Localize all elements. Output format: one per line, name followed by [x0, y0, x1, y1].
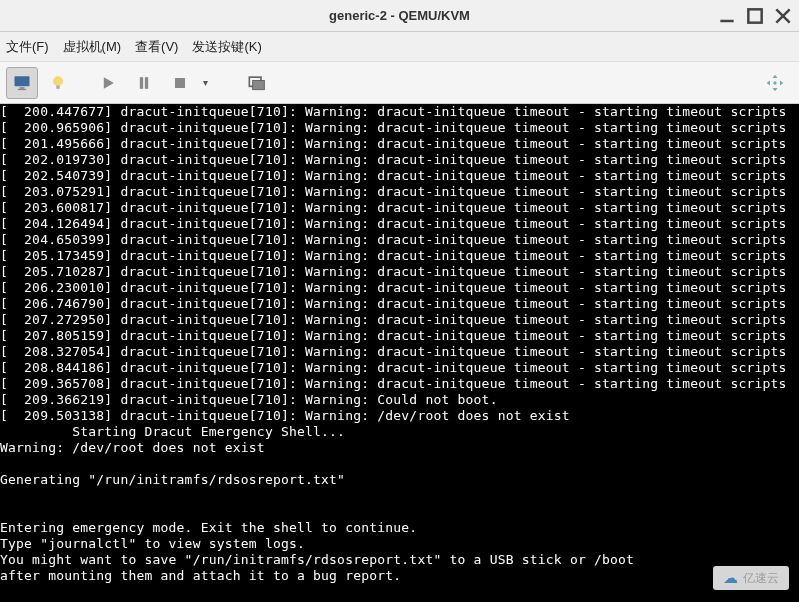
svg-point-7: [53, 76, 63, 86]
console-view-button[interactable]: [6, 67, 38, 99]
stop-icon: [170, 73, 190, 93]
separator: [214, 67, 222, 99]
svg-marker-18: [780, 80, 783, 85]
console-line: [ 209.365708] dracut-initqueue[710]: War…: [0, 376, 799, 392]
console-line: [ 206.746790] dracut-initqueue[710]: War…: [0, 296, 799, 312]
menu-file[interactable]: 文件(F): [6, 38, 49, 56]
svg-rect-4: [15, 76, 30, 86]
snapshot-button[interactable]: [240, 67, 272, 99]
maximize-button[interactable]: [745, 6, 765, 26]
fullscreen-icon: [246, 73, 266, 93]
svg-rect-11: [145, 77, 148, 89]
play-button[interactable]: [92, 67, 124, 99]
minimize-button[interactable]: [717, 6, 737, 26]
svg-rect-6: [18, 88, 26, 89]
console-line: [ 204.126494] dracut-initqueue[710]: War…: [0, 216, 799, 232]
console-line: [ 208.844186] dracut-initqueue[710]: War…: [0, 360, 799, 376]
watermark: ☁ 亿速云: [713, 566, 789, 590]
pause-icon: [134, 73, 154, 93]
window-titlebar: generic-2 - QEMU/KVM: [0, 0, 799, 32]
svg-marker-15: [773, 74, 778, 77]
stop-dropdown[interactable]: ▾: [200, 67, 210, 99]
svg-marker-17: [767, 80, 770, 85]
monitor-icon: [12, 73, 32, 93]
pause-button[interactable]: [128, 67, 160, 99]
console-line: [0, 504, 799, 520]
bulb-icon: [48, 73, 68, 93]
console-line: [ 207.272950] dracut-initqueue[710]: War…: [0, 312, 799, 328]
console-line: Starting Dracut Emergency Shell...: [0, 424, 799, 440]
send-key-button[interactable]: [759, 67, 791, 99]
console-line: [ 203.075291] dracut-initqueue[710]: War…: [0, 184, 799, 200]
console-line: Type "journalctl" to view system logs.: [0, 536, 799, 552]
console-line: [ 207.805159] dracut-initqueue[710]: War…: [0, 328, 799, 344]
vm-console[interactable]: [ 200.447677] dracut-initqueue[710]: War…: [0, 104, 799, 602]
stop-button[interactable]: [164, 67, 196, 99]
console-line: [ 204.650399] dracut-initqueue[710]: War…: [0, 232, 799, 248]
console-line: [ 200.965906] dracut-initqueue[710]: War…: [0, 120, 799, 136]
console-line: Entering emergency mode. Exit the shell …: [0, 520, 799, 536]
info-view-button[interactable]: [42, 67, 74, 99]
console-line: [ 206.230010] dracut-initqueue[710]: War…: [0, 280, 799, 296]
move-icon: [765, 73, 785, 93]
svg-marker-16: [773, 88, 778, 91]
cloud-icon: ☁: [723, 569, 738, 587]
console-line: [ 203.600817] dracut-initqueue[710]: War…: [0, 200, 799, 216]
watermark-text: 亿速云: [743, 570, 779, 587]
svg-rect-10: [140, 77, 143, 89]
console-line: [0, 488, 799, 504]
svg-rect-8: [56, 85, 59, 88]
console-line: [ 209.503138] dracut-initqueue[710]: War…: [0, 408, 799, 424]
svg-point-19: [773, 81, 776, 84]
menu-vm[interactable]: 虚拟机(M): [63, 38, 122, 56]
svg-rect-12: [175, 78, 185, 88]
console-line: [ 205.173459] dracut-initqueue[710]: War…: [0, 248, 799, 264]
console-line: [0, 456, 799, 472]
console-line: [0, 584, 799, 600]
console-line: [ 202.540739] dracut-initqueue[710]: War…: [0, 168, 799, 184]
close-button[interactable]: [773, 6, 793, 26]
window-title: generic-2 - QEMU/KVM: [329, 8, 470, 23]
console-line: Generating "/run/initramfs/rdsosreport.t…: [0, 472, 799, 488]
svg-rect-5: [20, 87, 25, 89]
svg-rect-1: [748, 9, 761, 22]
window-controls: [717, 6, 793, 26]
toolbar: ▾: [0, 62, 799, 104]
console-line: [ 208.327054] dracut-initqueue[710]: War…: [0, 344, 799, 360]
console-line: [ 201.495666] dracut-initqueue[710]: War…: [0, 136, 799, 152]
console-line: [ 202.019730] dracut-initqueue[710]: War…: [0, 152, 799, 168]
console-line: You might want to save "/run/initramfs/r…: [0, 552, 799, 568]
svg-marker-9: [104, 77, 114, 89]
console-line: [ 209.366219] dracut-initqueue[710]: War…: [0, 392, 799, 408]
menu-view[interactable]: 查看(V): [135, 38, 178, 56]
menu-sendkey[interactable]: 发送按键(K): [192, 38, 261, 56]
menubar: 文件(F) 虚拟机(M) 查看(V) 发送按键(K): [0, 32, 799, 62]
console-line: after mounting them and attach it to a b…: [0, 568, 799, 584]
console-line: Warning: /dev/root does not exist: [0, 440, 799, 456]
svg-rect-14: [253, 80, 265, 89]
console-line: [ 200.447677] dracut-initqueue[710]: War…: [0, 104, 799, 120]
console-line: [ 205.710287] dracut-initqueue[710]: War…: [0, 264, 799, 280]
play-icon: [98, 73, 118, 93]
